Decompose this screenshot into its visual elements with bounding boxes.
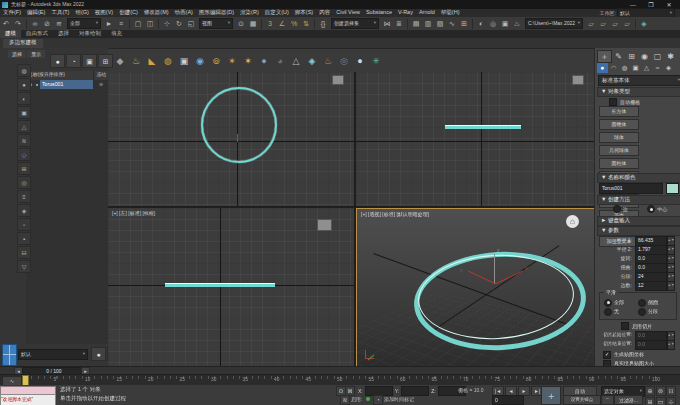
menu-item[interactable]: 修改器(M): [141, 10, 172, 16]
fire-icon[interactable]: ♨: [320, 56, 336, 67]
autogrid-checkbox[interactable]: [609, 98, 617, 106]
maxscript-listener[interactable]: "欢迎脚本完成": [0, 394, 56, 405]
menu-item[interactable]: 动画(A): [172, 10, 196, 16]
project-folder-dropdown[interactable]: C:\Users\~\Max 2022▾: [525, 18, 583, 29]
systems-subtab[interactable]: ◈: [663, 63, 674, 73]
umbrella-icon[interactable]: ◣: [144, 56, 160, 67]
snap-toggle-3d-icon[interactable]: 3: [264, 18, 276, 29]
smooth-无-radio[interactable]: [604, 308, 612, 316]
creation-边[interactable]: 边: [613, 205, 628, 213]
display-tab[interactable]: ▢: [651, 51, 664, 62]
menu-item[interactable]: 创建(C): [116, 10, 141, 16]
smooth-侧面[interactable]: 侧面: [638, 298, 672, 307]
zoom-all-icon[interactable]: ⊛: [656, 386, 666, 396]
folder-icon[interactable]: ▱: [609, 18, 621, 29]
shapes-subtab[interactable]: ◠: [608, 63, 619, 73]
menu-item[interactable]: 帮助(H): [438, 10, 463, 16]
help-ring-icon[interactable]: ◉: [192, 56, 208, 67]
ribbon-tab-0[interactable]: 建模: [0, 30, 21, 38]
redo-icon[interactable]: ↷: [12, 18, 24, 29]
adaptive-degradation-icon[interactable]: ≋: [340, 395, 350, 405]
menu-item[interactable]: 编辑(E): [24, 10, 48, 16]
spacewarps-subtab[interactable]: ≈: [652, 63, 663, 73]
torus-front-view[interactable]: [445, 125, 521, 129]
viewport-label[interactable]: [+] [左] [标准] [线框]: [112, 211, 155, 216]
torus-top-view[interactable]: [201, 87, 277, 163]
object-type-圆锥体[interactable]: 圆锥体: [599, 119, 639, 130]
ball-icon[interactable]: ●: [352, 56, 368, 67]
set-keys-button[interactable]: ＋: [541, 386, 561, 405]
viewport-top[interactable]: [108, 72, 354, 206]
smooth-全部[interactable]: 全部: [604, 298, 638, 307]
teapot-icon[interactable]: ♨: [128, 56, 144, 67]
geometry-subtab[interactable]: ●: [597, 63, 608, 73]
lamp-icon[interactable]: ◍: [160, 56, 176, 67]
key-filters-button[interactable]: 过滤器...: [614, 395, 643, 405]
list-item[interactable]: ◉ ● Torus001 ⊛: [26, 80, 108, 89]
explorer-filter-icon[interactable]: ≡: [17, 190, 31, 203]
flower-icon[interactable]: ✳: [368, 56, 384, 67]
enable-slice-checkbox[interactable]: [621, 322, 629, 330]
explorer-filter-icon[interactable]: ≋: [17, 134, 31, 147]
snow-icon[interactable]: ◈: [304, 56, 320, 67]
explorer-filter-icon[interactable]: ◍: [17, 64, 31, 77]
explorer-filter-icon[interactable]: ⊞: [17, 162, 31, 175]
rollout-object-type[interactable]: ▼ 对象类型: [597, 87, 680, 97]
explorer-preset-dropdown[interactable]: 默认▾: [18, 349, 88, 360]
spinner-icon[interactable]: ▲▼: [667, 281, 675, 291]
frozen-cell-icon[interactable]: ⊛: [93, 82, 108, 87]
enable-slice-row[interactable]: 启用切片: [621, 322, 652, 330]
rollout-name-color[interactable]: ▼ 名称和颜色: [597, 173, 680, 183]
set-key-button[interactable]: 设置关键点: [563, 395, 601, 405]
explorer-filter-icon[interactable]: ◇: [17, 148, 31, 161]
rollout-parameters[interactable]: ▼ 参数: [597, 226, 680, 236]
folder-icon[interactable]: ▱: [597, 18, 609, 29]
select-object-icon[interactable]: ►: [103, 18, 115, 29]
bind-to-space-warp-icon[interactable]: ≋: [53, 18, 65, 29]
enabled-led[interactable]: [366, 397, 370, 401]
column-frozen[interactable]: 冻结: [93, 71, 108, 80]
explorer-tab-1[interactable]: 显示: [27, 50, 45, 58]
menu-item[interactable]: 组(G): [72, 10, 91, 16]
folder-icon[interactable]: ▱: [621, 18, 633, 29]
zoom-extents-all-icon[interactable]: ⊞: [645, 397, 655, 405]
explorer-filter-icon[interactable]: ▣: [17, 106, 31, 119]
sphere-dark-icon[interactable]: ◕: [272, 56, 288, 67]
explorer-settings-icon[interactable]: ●: [91, 347, 106, 361]
schematic-view-icon[interactable]: ⊞: [458, 18, 470, 29]
object-type-圆柱体[interactable]: 圆柱体: [599, 158, 639, 169]
menu-item[interactable]: 渲染(R): [237, 10, 262, 16]
smooth-无[interactable]: 无: [604, 307, 638, 316]
toggle-ribbon-icon[interactable]: ▧: [434, 18, 446, 29]
object-name[interactable]: Torus001: [40, 80, 93, 89]
menu-item[interactable]: 工具(T): [48, 10, 72, 16]
cameras-subtab[interactable]: ▣: [630, 63, 641, 73]
menu-item[interactable]: 自定义(U): [262, 10, 292, 16]
globe-icon[interactable]: ●: [256, 56, 272, 67]
select-and-manipulate-icon[interactable]: ▦: [247, 18, 259, 29]
menu-item[interactable]: Substance: [363, 10, 395, 16]
object-type-球体[interactable]: 球体: [599, 132, 639, 143]
spinner-icon[interactable]: ▲▼: [667, 340, 675, 350]
explorer-filter-icon[interactable]: ●: [17, 78, 31, 91]
help-icon[interactable]: ◈: [638, 18, 650, 29]
align-icon[interactable]: ≣: [393, 18, 405, 29]
ribbon-tab-1[interactable]: 自由形式: [21, 30, 53, 38]
zoom-icon[interactable]: ⊕: [645, 386, 655, 396]
rollout-creation-method[interactable]: ▼ 创建方法: [597, 195, 680, 205]
camera-filter-icon[interactable]: ▣: [82, 54, 97, 68]
creation-中心-radio[interactable]: [647, 205, 655, 213]
smooth-全部-radio[interactable]: [604, 299, 612, 307]
clock-icon[interactable]: ◔: [373, 395, 383, 405]
explorer-filter-icon[interactable]: ▽: [17, 260, 31, 273]
explorer-filter-icon[interactable]: ▪: [17, 232, 31, 245]
viewcube-home-icon[interactable]: ⌂: [566, 215, 579, 228]
default-tangent-button[interactable]: ⌒: [601, 395, 614, 405]
helpers-subtab[interactable]: △: [641, 63, 652, 73]
explorer-filter-icon[interactable]: ◎: [17, 176, 31, 189]
window-crossing-icon[interactable]: ◫: [144, 18, 156, 29]
category-dropdown[interactable]: 标准基本体▾: [598, 75, 680, 86]
select-and-link-icon[interactable]: ∞: [29, 18, 41, 29]
rendered-frame-window-icon[interactable]: ▣: [499, 18, 511, 29]
target-icon[interactable]: ⊚: [208, 56, 224, 67]
